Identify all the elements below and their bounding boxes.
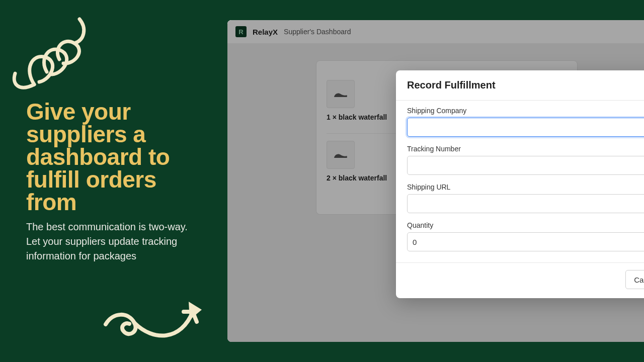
modal-title: Record Fulfillment bbox=[407, 79, 644, 91]
subtext: The best communication is two-way. Let y… bbox=[26, 220, 197, 263]
label-tracking-number: Tracking Number bbox=[407, 145, 644, 153]
label-shipping-url: Shipping URL bbox=[407, 183, 644, 191]
shipping-company-input[interactable] bbox=[407, 118, 644, 137]
marketing-copy: Give your suppliers a dashboard to fulfi… bbox=[26, 101, 197, 263]
headline: Give your suppliers a dashboard to fulfi… bbox=[26, 101, 197, 214]
doodle-arrow-icon bbox=[98, 282, 209, 347]
field-shipping-url: Shipping URL bbox=[407, 183, 644, 213]
cancel-button[interactable]: Cancel bbox=[625, 270, 644, 289]
record-fulfillment-modal: Record Fulfillment Shipping Company Trac… bbox=[396, 70, 644, 298]
field-shipping-company: Shipping Company bbox=[407, 107, 644, 137]
quantity-input[interactable] bbox=[407, 232, 644, 251]
modal-body: Shipping Company Tracking Number Shippin… bbox=[396, 101, 644, 262]
shipping-url-input[interactable] bbox=[407, 194, 644, 213]
label-quantity: Quantity bbox=[407, 221, 644, 229]
label-shipping-company: Shipping Company bbox=[407, 107, 644, 115]
tracking-number-input[interactable] bbox=[407, 156, 644, 175]
modal-header: Record Fulfillment bbox=[396, 70, 644, 101]
field-tracking-number: Tracking Number bbox=[407, 145, 644, 175]
field-quantity: Quantity bbox=[407, 221, 644, 251]
modal-footer: Cancel Reco bbox=[396, 262, 644, 298]
doodle-leaves-icon bbox=[4, 9, 100, 97]
dashboard-screenshot: R RelayX Supplier's Dashboard 1 × black … bbox=[227, 20, 644, 342]
